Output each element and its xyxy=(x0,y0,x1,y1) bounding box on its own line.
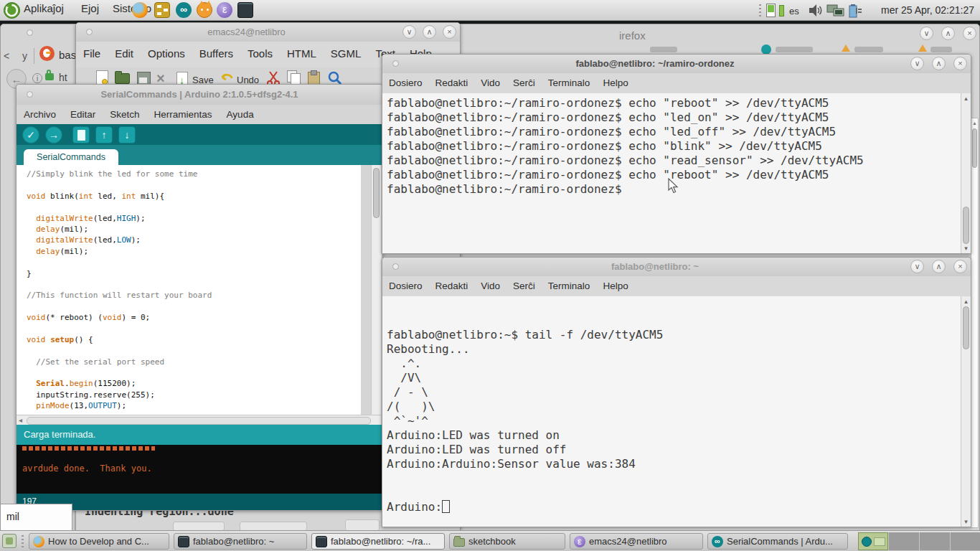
scrollbar-thumb[interactable] xyxy=(963,207,969,244)
console-output[interactable]: avrdude done. Thank you. xyxy=(17,445,382,494)
terminal-menu-item[interactable]: Redakti xyxy=(434,276,470,291)
emacs-menu-item[interactable]: Tools xyxy=(246,43,274,60)
task-button-terminal-2[interactable]: fablabo@netlibro: ~/ra... xyxy=(311,533,445,550)
close-button[interactable]: × xyxy=(953,260,967,273)
terminal1-screen[interactable]: fablabo@netlibro:~/ramiro-ordonez$ echo … xyxy=(382,93,961,253)
arduino-menu-item[interactable]: Editar xyxy=(69,105,97,120)
terminal1-scrollbar[interactable]: ▴ ▾ xyxy=(961,93,971,253)
window-menu-dot[interactable] xyxy=(27,91,33,98)
volume-icon[interactable] xyxy=(808,4,824,17)
maximize-button[interactable]: ∧ xyxy=(932,57,946,70)
workspace-2[interactable] xyxy=(888,532,919,550)
emacs-titlebar[interactable]: emacs24@netlibro ∨ ∧ × xyxy=(76,23,460,42)
battery-meter-icon[interactable] xyxy=(766,4,776,17)
terminal-menu-item[interactable]: Dosiero xyxy=(387,276,424,291)
minibuffer-box[interactable]: mil xyxy=(0,504,72,531)
firefox-scrollbar[interactable]: ▴ xyxy=(971,118,979,528)
window-menu-dot[interactable] xyxy=(27,29,33,36)
terminal2-titlebar[interactable]: fablabo@netlibro: ~ ∨ ∧ × xyxy=(382,258,971,277)
maximize-button[interactable]: ∧ xyxy=(423,25,436,39)
close-button[interactable]: × xyxy=(963,27,976,40)
power-plug-icon[interactable] xyxy=(848,4,864,18)
terminal-menu-item[interactable]: Redakti xyxy=(434,73,470,88)
terminal-launcher-icon[interactable] xyxy=(237,2,253,18)
minimize-button[interactable]: ∨ xyxy=(910,57,924,70)
url-fragment[interactable]: ht xyxy=(59,72,67,83)
arduino-menu-item[interactable]: Sketch xyxy=(108,105,141,120)
terminal-menu-item[interactable]: Serĉi xyxy=(512,276,537,291)
editor-hscrollbar[interactable]: ◂ xyxy=(17,415,381,425)
clock[interactable]: mer 25 Apr, 02:21:27 xyxy=(881,4,974,16)
diagram-launcher-icon[interactable] xyxy=(154,2,170,18)
minimize-button[interactable]: ∨ xyxy=(920,27,933,40)
terminal-menu-item[interactable]: Vido xyxy=(479,276,501,291)
window-menu-dot[interactable] xyxy=(392,60,399,67)
window-menu-dot[interactable] xyxy=(392,263,399,270)
window-menu-dot[interactable] xyxy=(86,29,93,35)
emacs-menu-item[interactable]: Options xyxy=(146,43,187,60)
scrollbar-thumb[interactable] xyxy=(373,168,380,218)
minimize-button[interactable]: ∨ xyxy=(910,260,924,273)
bookmark-icon-teal[interactable] xyxy=(761,44,771,55)
emacs-menu-item[interactable]: SGML xyxy=(329,43,363,60)
workspace-1[interactable] xyxy=(858,532,888,550)
scrollbar-thumb[interactable] xyxy=(27,417,371,425)
save-sketch-button[interactable]: ↓ xyxy=(118,126,136,143)
scroll-up-icon[interactable]: ▴ xyxy=(961,95,971,102)
arduino-menu-item[interactable]: Archivo xyxy=(22,105,57,120)
terminal-menu-item[interactable]: Helpo xyxy=(601,276,629,291)
upload-button[interactable]: → xyxy=(45,126,62,143)
page-info-icon[interactable]: i xyxy=(32,73,42,83)
terminal-menu-item[interactable]: Vido xyxy=(479,73,501,88)
scroll-down-icon[interactable]: ▾ xyxy=(961,518,971,525)
keyboard-layout-indicator[interactable]: es xyxy=(789,6,799,17)
emacs-menu-item[interactable]: File xyxy=(82,43,102,60)
bookmark-fragment[interactable] xyxy=(854,47,883,52)
network-icon[interactable] xyxy=(826,4,845,18)
scrollbar-thumb[interactable] xyxy=(963,306,969,349)
menu-aplikajoj[interactable]: Aplikaĵoj xyxy=(24,2,64,14)
task-button-folder-3[interactable]: sketchbook xyxy=(449,533,565,550)
bookmark-icon-orange[interactable] xyxy=(918,44,927,52)
close-button[interactable]: × xyxy=(953,57,967,70)
task-button-terminal-1[interactable]: fablabo@netlibro: ~ xyxy=(174,533,307,550)
emacs-menu-item[interactable]: Buffers xyxy=(198,43,235,60)
scroll-up-icon[interactable]: ▴ xyxy=(971,120,978,126)
task-button-firefox-0[interactable]: How to Develop and C... xyxy=(29,533,169,550)
workspace-4[interactable] xyxy=(950,532,980,550)
terminal-menu-item[interactable]: Terminalo xyxy=(547,73,592,88)
terminal-menu-item[interactable]: Dosiero xyxy=(387,73,424,88)
menu-logo-icon[interactable] xyxy=(3,1,21,19)
scroll-up-icon[interactable]: ▴ xyxy=(961,298,971,305)
terminal-menu-item[interactable]: Terminalo xyxy=(547,276,592,291)
menu-ejoj[interactable]: Ejoj xyxy=(81,2,99,14)
minimize-button[interactable]: ∨ xyxy=(402,25,416,39)
scratch-launcher-icon[interactable] xyxy=(197,2,212,18)
terminal2-scrollbar[interactable]: ▴ ▾ xyxy=(961,296,971,527)
bookmark-fragment[interactable] xyxy=(930,47,952,52)
open-sketch-button[interactable]: ↑ xyxy=(95,126,113,143)
new-sketch-button[interactable] xyxy=(72,126,90,143)
tab-serialcommands[interactable]: SerialCommands xyxy=(24,149,118,165)
scroll-down-icon[interactable]: ▾ xyxy=(961,245,971,252)
maximize-button[interactable]: ∧ xyxy=(932,260,946,273)
firefox-launcher-icon[interactable] xyxy=(132,2,148,18)
battery-bar-icon[interactable] xyxy=(779,5,784,17)
bookmark-icon-orange[interactable] xyxy=(842,44,850,52)
close-button[interactable]: × xyxy=(443,25,456,39)
terminal2-screen[interactable]: fablabo@netlibro:~$ tail -f /dev/ttyACM5… xyxy=(382,296,961,527)
task-button-emacs-4[interactable]: εemacs24@netlibro xyxy=(570,533,703,550)
workspace-3[interactable] xyxy=(919,532,950,550)
prev-tab-arrow[interactable]: < xyxy=(4,50,9,62)
scrollbar-thumb[interactable] xyxy=(972,128,977,168)
tab-fragment[interactable]: y xyxy=(22,50,27,62)
code-editor[interactable]: //Simply blink the led for some timevoid… xyxy=(17,165,361,415)
bookmark-fragment[interactable] xyxy=(776,47,813,52)
emacs-menu-item[interactable]: HTML xyxy=(286,43,318,60)
maximize-button[interactable]: ∧ xyxy=(941,27,955,40)
arduino-titlebar[interactable]: SerialCommands | Arduino 2:1.0.5+dfsg2-4… xyxy=(17,85,382,105)
terminal-menu-item[interactable]: Serĉi xyxy=(512,73,537,88)
terminal1-titlebar[interactable]: fablabo@netlibro: ~/ramiro-ordonez ∨ ∧ × xyxy=(382,55,971,74)
taskbar-handle[interactable] xyxy=(22,535,24,547)
scroll-left-icon[interactable]: ◂ xyxy=(19,416,22,424)
